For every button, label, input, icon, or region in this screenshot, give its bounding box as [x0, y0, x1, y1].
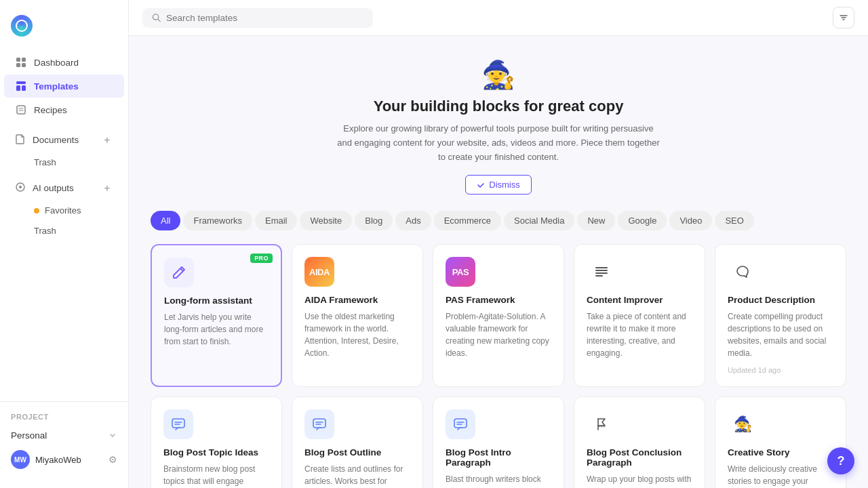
- card-icon-pas: PAS: [446, 257, 475, 287]
- tab-ecommerce[interactable]: Ecommerce: [434, 211, 501, 230]
- card-title: Blog Post Topic Ideas: [163, 447, 269, 458]
- pro-badge: PRO: [250, 253, 273, 263]
- svg-line-13: [158, 19, 160, 21]
- svg-rect-4: [16, 81, 26, 84]
- card-icon-aida: AIDA: [304, 257, 334, 287]
- card-description: Write deliciously creative stories to en…: [728, 463, 833, 488]
- sidebar-item-label: Recipes: [34, 105, 67, 115]
- card-icon-blog-intro: [446, 409, 475, 439]
- favorites-dot: [34, 208, 39, 214]
- search-icon: [152, 13, 161, 22]
- tab-email[interactable]: Email: [255, 211, 298, 230]
- card-icon-longform: [164, 258, 194, 287]
- hero-emoji: 🧙: [151, 59, 846, 91]
- tab-blog[interactable]: Blog: [355, 211, 393, 230]
- svg-rect-1: [22, 58, 26, 62]
- card-title: Blog Post Outline: [304, 447, 410, 458]
- sidebar-item-label: Dashboard: [34, 58, 79, 68]
- svg-rect-3: [22, 63, 26, 67]
- sidebar-bottom: PROJECT Personal MW MiyakoWeb ⚙: [0, 401, 128, 480]
- card-creative-story[interactable]: 🧙 Creative Story Write deliciously creat…: [715, 396, 846, 488]
- documents-label: Documents: [33, 135, 79, 145]
- card-title: Product Description: [728, 295, 833, 305]
- card-longform[interactable]: PRO Long-form assistant Let Jarvis help …: [151, 244, 282, 387]
- hero-description: Explore our growing library of powerful …: [336, 122, 661, 164]
- user-row[interactable]: MW MiyakoWeb ⚙: [0, 445, 128, 474]
- card-product-desc[interactable]: Product Description Create compelling pr…: [715, 244, 846, 387]
- card-description: Let Jarvis help you write long-form arti…: [164, 311, 269, 348]
- card-blog-outline[interactable]: Blog Post Outline Create lists and outli…: [292, 396, 423, 488]
- card-description: Use the oldest marketing framework in th…: [304, 310, 410, 359]
- filter-tabs: AllFrameworksEmailWebsiteBlogAdsEcommerc…: [151, 211, 846, 230]
- ai-outputs-icon: [15, 182, 26, 195]
- sidebar-item-dashboard[interactable]: Dashboard: [4, 51, 124, 74]
- sidebar-item-documents[interactable]: Documents +: [4, 128, 124, 152]
- card-description: Blast through writers block by letting J…: [446, 473, 551, 488]
- sidebar-item-trash[interactable]: Trash: [4, 152, 124, 172]
- card-description: Create compelling product descriptions t…: [728, 310, 833, 359]
- svg-rect-2: [16, 63, 20, 67]
- filter-button[interactable]: [833, 7, 854, 28]
- sidebar-item-templates[interactable]: Templates: [4, 75, 124, 98]
- template-icon: [15, 80, 27, 92]
- search-bar[interactable]: [142, 8, 373, 28]
- favorites-trash-label: Trash: [34, 226, 56, 236]
- svg-rect-25: [313, 419, 326, 428]
- tab-all[interactable]: All: [151, 211, 180, 230]
- search-input[interactable]: [166, 13, 363, 23]
- add-document-button[interactable]: +: [101, 134, 113, 146]
- tab-seo[interactable]: SEO: [715, 211, 753, 230]
- card-title: AIDA Framework: [304, 295, 410, 305]
- tab-google[interactable]: Google: [618, 211, 667, 230]
- tab-new[interactable]: New: [577, 211, 615, 230]
- dismiss-button[interactable]: Dismiss: [465, 175, 532, 195]
- card-content-improver[interactable]: Content Improver Take a piece of content…: [574, 244, 705, 387]
- tab-ads[interactable]: Ads: [395, 211, 431, 230]
- user-initials: MW: [14, 456, 26, 464]
- card-icon-blog-conclusion: [587, 409, 616, 439]
- svg-rect-6: [22, 85, 26, 91]
- card-description: Problem-Agitate-Solution. A valuable fra…: [446, 310, 551, 359]
- project-select[interactable]: Personal: [0, 426, 128, 445]
- hero-section: 🧙 Your building blocks for great copy Ex…: [151, 52, 846, 211]
- tab-social[interactable]: Social Media: [504, 211, 574, 230]
- card-title: Creative Story: [728, 447, 833, 458]
- topbar: [129, 0, 868, 36]
- card-icon-content-improver: [587, 257, 616, 287]
- grid-icon: [15, 56, 27, 68]
- content-area: 🧙 Your building blocks for great copy Ex…: [129, 36, 868, 488]
- card-blog-topic[interactable]: Blog Post Topic Ideas Brainstorm new blo…: [151, 396, 282, 488]
- sidebar-item-favorites-trash[interactable]: Trash: [4, 221, 124, 241]
- chevron-icon: [108, 431, 117, 441]
- card-pas[interactable]: PAS PAS Framework Problem-Agitate-Soluti…: [433, 244, 564, 387]
- svg-rect-22: [172, 419, 184, 428]
- card-aida[interactable]: AIDA AIDA Framework Use the oldest marke…: [292, 244, 423, 387]
- tab-video[interactable]: Video: [669, 211, 712, 230]
- tab-website[interactable]: Website: [300, 211, 352, 230]
- main-content: 🧙 Your building blocks for great copy Ex…: [129, 0, 868, 488]
- svg-rect-7: [17, 106, 25, 114]
- settings-icon[interactable]: ⚙: [108, 454, 117, 465]
- hero-title: Your building blocks for great copy: [151, 98, 846, 115]
- recipe-icon: [15, 104, 27, 116]
- card-blog-intro[interactable]: Blog Post Intro Paragraph Blast through …: [433, 396, 564, 488]
- tab-frameworks[interactable]: Frameworks: [183, 211, 252, 230]
- logo-icon: [11, 15, 33, 37]
- add-ai-output-button[interactable]: +: [101, 182, 113, 195]
- filter-icon: [839, 13, 848, 22]
- user-info: MW MiyakoWeb: [11, 450, 81, 469]
- svg-point-11: [19, 186, 22, 188]
- card-description: Take a piece of content and rewrite it t…: [587, 310, 692, 359]
- sidebar-item-recipes[interactable]: Recipes: [4, 98, 124, 121]
- card-blog-conclusion[interactable]: Blog Post Conclusion Paragraph Wrap up y…: [574, 396, 705, 488]
- sidebar-item-ai-outputs[interactable]: AI outputs +: [4, 176, 124, 200]
- cards-grid: PRO Long-form assistant Let Jarvis help …: [151, 244, 846, 488]
- card-icon-creative-story: 🧙: [728, 409, 757, 439]
- sidebar-item-favorites[interactable]: Favorites: [4, 201, 124, 220]
- help-button[interactable]: ?: [827, 447, 854, 474]
- svg-rect-28: [454, 419, 467, 428]
- sidebar-item-label: Templates: [34, 81, 79, 92]
- sidebar-nav: Dashboard Templates Recipes: [0, 50, 128, 401]
- project-section-label: PROJECT: [0, 407, 128, 426]
- trash-label: Trash: [34, 157, 56, 167]
